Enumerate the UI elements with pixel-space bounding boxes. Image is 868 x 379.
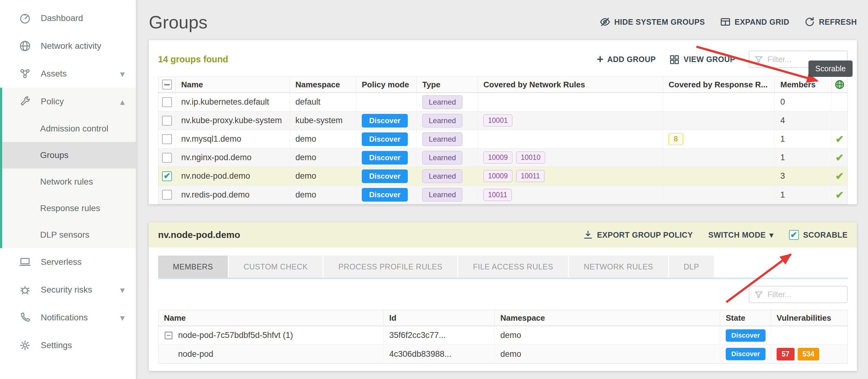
tab-dlp[interactable]: DLP	[669, 256, 714, 278]
sidebar-item-assets[interactable]: Assets ▾	[0, 60, 136, 88]
tab-custom-check[interactable]: CUSTOM CHECK	[229, 256, 322, 278]
groups-count: 14 groups found	[158, 54, 228, 64]
scorable-tooltip: Scorable	[808, 61, 852, 77]
switch-mode-label: SWITCH MODE	[708, 230, 766, 240]
sidebar-subitem-label: Groups	[40, 150, 68, 160]
sidebar-item-security-risks[interactable]: Security risks ▾	[0, 276, 136, 304]
sidebar-item-settings[interactable]: Settings	[0, 331, 136, 359]
scorable-label: SCORABLE	[803, 230, 848, 240]
sidebar-item-dlp-sensors[interactable]: DLP sensors	[2, 222, 136, 248]
sidebar-item-network-activity[interactable]: Network activity	[0, 32, 136, 60]
groups-table: Name Namespace Policy mode Type Covered …	[158, 76, 848, 204]
column-header-member-state[interactable]: State	[720, 310, 771, 326]
sidebar-item-response-rules[interactable]: Response rules	[2, 195, 136, 222]
detail-tabs: MEMBERS CUSTOM CHECK PROCESS PROFILE RUL…	[158, 256, 848, 279]
members-filter-input[interactable]	[767, 289, 842, 300]
group-namespace: demo	[290, 149, 356, 167]
sidebar-item-label: Settings	[41, 340, 72, 350]
row-checkbox[interactable]	[162, 190, 172, 200]
table-row[interactable]: nv.nginx-pod.demodemoDiscoverLearned1000…	[158, 149, 847, 167]
sidebar-item-policy[interactable]: Policy ▴	[2, 88, 136, 116]
members-filter	[749, 286, 848, 303]
members-table: Name Id Namespace State Vulnerabilities …	[158, 310, 848, 364]
chevron-down-icon: ▾	[120, 285, 125, 295]
member-name: node-pod	[178, 349, 213, 359]
network-rule-badge: 10011	[516, 170, 545, 182]
sidebar-item-network-rules[interactable]: Network rules	[2, 168, 136, 195]
table-row[interactable]: ✔nv.node-pod.demodemoDiscoverLearned1000…	[158, 167, 847, 186]
tab-network-rules[interactable]: NETWORK RULES	[569, 256, 668, 278]
table-row[interactable]: nv.mysql1.demodemoDiscoverLearned81✔	[158, 130, 847, 149]
refresh-button[interactable]: REFRESH	[804, 17, 857, 28]
column-header-members[interactable]: Members	[775, 77, 832, 92]
sidebar-item-groups[interactable]: Groups	[2, 142, 136, 168]
members-count: 3	[775, 167, 832, 185]
tab-process-profile-rules[interactable]: PROCESS PROFILE RULES	[323, 256, 457, 278]
sidebar-item-admission-control[interactable]: Admission control	[2, 116, 136, 142]
column-header-network-rules[interactable]: Covered by Network Rules	[478, 77, 663, 92]
column-header-member-id[interactable]: Id	[384, 310, 495, 326]
row-checkbox[interactable]: ✔	[162, 171, 172, 181]
group-detail-header: nv.node-pod.demo EXPORT GROUP POLICY SWI…	[149, 222, 857, 248]
group-namespace: demo	[290, 130, 356, 148]
state-badge: Discover	[726, 348, 766, 360]
export-group-policy-button[interactable]: EXPORT GROUP POLICY	[583, 230, 693, 240]
select-all-checkbox[interactable]	[162, 80, 172, 90]
collapse-icon[interactable]	[164, 331, 173, 340]
group-detail-title: nv.node-pod.demo	[158, 230, 240, 240]
policy-mode-button[interactable]: Discover	[362, 132, 408, 146]
table-row[interactable]: node-pod4c306db83988...demoDiscover57534	[158, 345, 847, 363]
column-header-scorable[interactable]	[832, 77, 847, 92]
column-header-policy-mode[interactable]: Policy mode	[356, 77, 417, 92]
sidebar-subitem-label: Admission control	[40, 124, 108, 134]
group-name: nv.redis-pod.demo	[176, 186, 290, 204]
header-actions: HIDE SYSTEM GROUPS EXPAND GRID REFRESH	[599, 17, 857, 28]
expand-grid-button[interactable]: EXPAND GRID	[720, 17, 789, 28]
group-name: nv.mysql1.demo	[176, 130, 290, 148]
table-row[interactable]: nv.kube-proxy.kube-systemkube-systemDisc…	[158, 112, 847, 130]
row-checkbox[interactable]	[162, 153, 172, 163]
sidebar-item-notifications[interactable]: Notifications ▾	[0, 304, 136, 331]
row-checkbox[interactable]	[162, 116, 172, 126]
group-name: nv.ip.kubernetes.default	[176, 93, 290, 111]
column-header-response-rules[interactable]: Covered by Response R...	[663, 77, 775, 92]
download-icon	[583, 230, 593, 240]
type-badge: Learned	[422, 95, 462, 109]
app-root: Dashboard Network activity Assets ▾ Poli…	[0, 0, 868, 379]
tab-file-access-rules[interactable]: FILE ACCESS RULES	[458, 256, 568, 278]
sidebar-subitem-label: Network rules	[40, 177, 93, 187]
hide-system-groups-button[interactable]: HIDE SYSTEM GROUPS	[599, 17, 705, 28]
column-header-member-name[interactable]: Name	[158, 310, 384, 326]
policy-mode-button[interactable]: Discover	[362, 188, 408, 201]
switch-mode-button[interactable]: SWITCH MODE ▾	[708, 230, 774, 240]
column-header-namespace[interactable]: Namespace	[290, 77, 356, 92]
table-row[interactable]: nv.ip.kubernetes.defaultdefaultLearned0	[158, 93, 847, 112]
view-group-button[interactable]: VIEW GROUP	[669, 54, 735, 64]
table-row[interactable]: node-pod-7c57bdbf5d-5hfvt (1)35f6f2cc3c7…	[158, 326, 847, 345]
row-checkbox[interactable]	[162, 97, 172, 107]
sidebar-subitem-label: Response rules	[40, 203, 100, 213]
column-header-type[interactable]: Type	[417, 77, 478, 92]
sidebar-item-dashboard[interactable]: Dashboard	[0, 4, 136, 32]
network-rule-badge: 10011	[484, 189, 512, 201]
scorable-check-icon: ✔	[835, 133, 844, 145]
add-group-button[interactable]: + ADD GROUP	[597, 54, 656, 65]
sidebar-item-serverless[interactable]: Serverless	[0, 248, 136, 276]
policy-mode-button[interactable]: Discover	[362, 151, 408, 164]
check-icon: ✔	[790, 231, 797, 239]
scorable-checkbox[interactable]: ✔	[789, 230, 799, 240]
tab-members[interactable]: MEMBERS	[158, 256, 228, 278]
policy-mode-button[interactable]: Discover	[362, 169, 408, 183]
group-name: nv.kube-proxy.kube-system	[176, 112, 290, 130]
sidebar-item-label: Serverless	[41, 257, 82, 267]
table-row[interactable]: nv.redis-pod.demodemoDiscoverLearned1001…	[158, 186, 847, 204]
scorable-toggle[interactable]: ✔ SCORABLE	[789, 230, 848, 240]
policy-mode-button[interactable]: Discover	[362, 114, 408, 127]
scorable-check-icon: ✔	[835, 170, 844, 182]
column-header-name[interactable]: Name	[176, 77, 290, 92]
sidebar: Dashboard Network activity Assets ▾ Poli…	[0, 0, 136, 379]
view-group-label: VIEW GROUP	[683, 55, 735, 64]
column-header-vulnerabilities[interactable]: Vulnerabilities	[771, 310, 847, 326]
column-header-member-namespace[interactable]: Namespace	[495, 310, 720, 326]
row-checkbox[interactable]	[162, 134, 172, 144]
